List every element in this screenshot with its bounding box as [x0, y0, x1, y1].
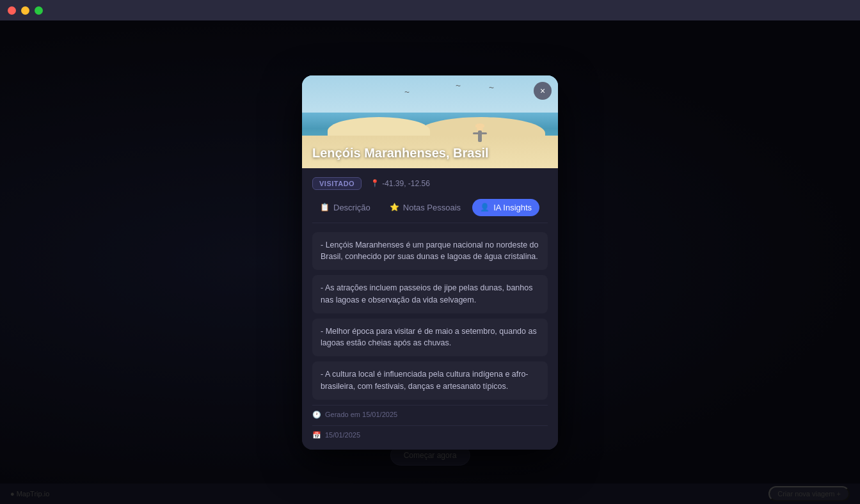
generated-text: Gerado em 15/01/2025 [325, 411, 397, 418]
tabs-container: 📋 Descrição ⭐ Notas Pessoais 👤 IA Insigh… [312, 199, 548, 223]
traffic-light-red[interactable] [8, 6, 16, 15]
close-button[interactable]: × [534, 82, 552, 100]
ia-icon: 👤 [480, 203, 490, 212]
insight-card-4: - A cultura local é influenciada pela cu… [312, 361, 548, 400]
modal-hero-image: 〜 〜 〜 Lençóis Maranhenses, Brasil [302, 75, 558, 168]
notas-icon: ⭐ [390, 203, 399, 212]
titlebar [0, 0, 860, 20]
visited-badge: VISITADO [312, 177, 362, 190]
person-body [478, 130, 482, 142]
status-row: VISITADO 📍 -41.39, -12.56 [312, 177, 548, 190]
descricao-icon: 📋 [320, 203, 330, 212]
location-icon: 📍 [370, 179, 379, 187]
traffic-light-green[interactable] [35, 6, 43, 15]
generated-info: 🕐 Gerado em 15/01/2025 [312, 405, 548, 423]
bird-1: 〜 [404, 89, 410, 96]
clock-icon: 🕐 [312, 411, 321, 419]
insight-card-2: - As atrações incluem passeios de jipe p… [312, 275, 548, 313]
tab-ia-insights[interactable]: 👤 IA Insights [472, 199, 539, 216]
coords-value: -41.39, -12.56 [382, 179, 430, 188]
tab-notas-label: Notas Pessoais [403, 203, 461, 212]
calendar-icon: 📅 [312, 431, 321, 439]
date-info: 📅 15/01/2025 [312, 425, 548, 439]
bird-3: 〜 [456, 83, 461, 90]
tab-ia-label: IA Insights [493, 203, 532, 212]
background-content: Quer criar seu próprio mapa de viagens? … [0, 20, 860, 504]
bird-2: 〜 [489, 84, 494, 91]
tab-notas[interactable]: ⭐ Notas Pessoais [382, 199, 468, 216]
person-figure [474, 120, 486, 142]
traffic-light-yellow[interactable] [21, 6, 29, 15]
hero-title: Lençóis Maranhenses, Brasil [312, 146, 532, 161]
insight-card-3: - Melhor época para visitar é de maio a … [312, 319, 548, 357]
date-value: 15/01/2025 [325, 431, 360, 439]
tab-descricao[interactable]: 📋 Descrição [312, 199, 378, 216]
insight-card-1: - Lençóis Maranhenses é um parque nacion… [312, 232, 548, 271]
modal-body: VISITADO 📍 -41.39, -12.56 📋 Descrição ⭐ … [302, 168, 558, 450]
tab-descricao-label: Descrição [333, 203, 370, 212]
coordinates: 📍 -41.39, -12.56 [370, 179, 430, 188]
location-modal: 〜 〜 〜 Lençóis Maranhenses, Brasil × VISI… [302, 75, 558, 450]
modal-overlay: 〜 〜 〜 Lençóis Maranhenses, Brasil × VISI… [0, 20, 860, 504]
